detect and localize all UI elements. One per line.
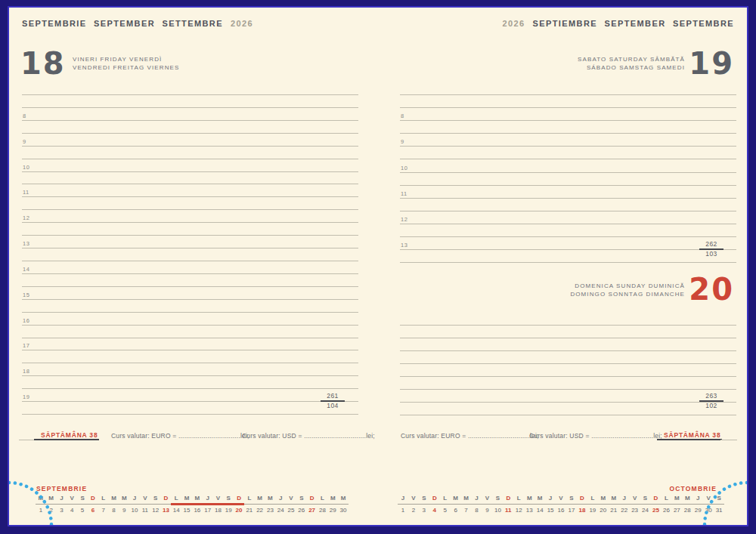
calendar-day-number: 14 (534, 507, 545, 514)
hour-label: 11 (401, 190, 407, 198)
hour-label: 17 (23, 342, 29, 350)
calendar-day-number: 15 (181, 507, 192, 514)
ruled-line (22, 196, 358, 197)
ruled-line (400, 402, 736, 403)
calendar-day-number: 10 (129, 507, 140, 514)
saturday-day-names: SABATO SATURDAY SÂMBĂTĂ SÁBADO SAMSTAG S… (578, 55, 685, 72)
ruled-line (22, 286, 358, 287)
dotted-corner-arc-right-icon (696, 474, 748, 526)
calendar-day-letter: V (286, 495, 296, 502)
calendar-day-number: 11 (140, 507, 150, 514)
sunday-day-of-year: 263 (699, 392, 723, 400)
calendar-day-letter: D (307, 495, 318, 502)
calendar-day-letter: M (338, 495, 349, 502)
left-month-title: SEPTEMBRIE SEPTEMBER SETTEMBRE (22, 19, 223, 28)
saturday-day-number: 19 (689, 51, 734, 76)
sunday-names-line2: DOMINGO SONNTAG DIMANCHE (570, 290, 685, 298)
ruled-line (22, 94, 358, 95)
calendar-day-number: 15 (545, 507, 556, 514)
sunday-day-count: 263 102 (699, 392, 723, 410)
calendar-numbers-row: 1234567891011121314151617181920212223242… (398, 507, 724, 514)
september-mini-calendar: SEPTEMBRIE MMJVSDLMMJVSDLMMJVSDLMMJVSDLM… (36, 485, 349, 517)
calendar-day-letter: M (265, 495, 276, 502)
calendar-day-letter: S (640, 495, 651, 502)
ruled-line (400, 249, 736, 250)
ruled-line (400, 389, 736, 390)
ruled-line (400, 159, 736, 159)
saturday-names-line1: SABATO SATURDAY SÂMBĂTĂ (578, 55, 685, 63)
ruled-line (400, 325, 736, 326)
ruled-line (22, 120, 358, 121)
right-page-month-header: 2026 SEPTIEMBRE SEPTEMBER SEPTEMBRE (502, 19, 734, 28)
calendar-day-letter: L (440, 495, 451, 502)
calendar-day-number: 17 (566, 507, 577, 514)
calendar-day-number: 22 (255, 507, 265, 514)
ruled-line (22, 273, 358, 274)
hour-label: 14 (23, 266, 29, 273)
hour-label: 15 (23, 292, 29, 299)
left-exchange-usd: Curs valutar: USD = ....................… (242, 432, 375, 440)
calendar-day-letter: M (192, 495, 203, 502)
calendar-day-letter: M (534, 495, 545, 502)
ruled-line (22, 171, 358, 172)
left-year: 2026 (231, 19, 253, 28)
calendar-day-number: 12 (513, 507, 524, 514)
calendar-letters-row: JVSDLMMJVSDLMMJVSDLMMJVSDLMMJVS (398, 495, 724, 502)
calendar-day-letter: D (161, 495, 172, 502)
calendar-day-number: 12 (150, 507, 161, 514)
calendar-day-number: 29 (327, 507, 338, 514)
ruled-line (400, 211, 736, 211)
ruled-line (400, 236, 736, 237)
calendar-day-number: 26 (296, 507, 307, 514)
sunday-days-remaining: 102 (699, 402, 723, 410)
ruled-line (22, 184, 358, 184)
calendar-day-letter: V (482, 495, 493, 502)
october-mini-calendar: OCTOMBRIE JVSDLMMJVSDLMMJVSDLMMJVSDLMMJV… (398, 485, 724, 517)
calendar-day-letter: L (513, 495, 524, 502)
ruled-line (22, 299, 358, 300)
calendar-day-letter: M (255, 495, 265, 502)
week-label-underline (657, 439, 722, 440)
calendar-rule (398, 504, 724, 505)
calendar-day-number: 28 (682, 507, 692, 514)
hour-label: 8 (401, 113, 404, 120)
calendar-day-number: 24 (640, 507, 651, 514)
ruled-line (400, 198, 736, 199)
dotted-corner-arc-left-icon (8, 474, 60, 526)
calendar-day-number: 22 (619, 507, 630, 514)
calendar-day-number: 9 (119, 507, 129, 514)
ruled-line (22, 146, 358, 147)
ruled-line (400, 415, 736, 415)
calendar-day-number: 10 (492, 507, 503, 514)
calendar-day-number: 8 (109, 507, 119, 514)
hour-label: 10 (401, 165, 407, 172)
saturday-days-remaining: 103 (699, 250, 723, 258)
ruled-line (400, 224, 736, 224)
calendar-day-letter: J (203, 495, 213, 502)
ruled-line (22, 261, 358, 261)
hour-label: 13 (23, 240, 29, 248)
calendar-day-letter: M (461, 495, 472, 502)
calendar-day-number: 27 (307, 507, 318, 514)
calendar-day-letter: J (545, 495, 556, 502)
calendar-day-number: 13 (161, 507, 172, 514)
calendar-day-letter: D (503, 495, 513, 502)
ruled-line (400, 120, 736, 121)
calendar-day-letter: D (234, 495, 244, 502)
hour-label: 12 (23, 215, 29, 222)
calendar-day-number: 24 (275, 507, 286, 514)
calendar-day-number: 21 (609, 507, 619, 514)
calendar-day-letter: D (651, 495, 662, 502)
ruled-line (400, 146, 736, 147)
friday-day-number: 18 (20, 51, 66, 76)
calendar-day-number: 1 (398, 507, 408, 514)
calendar-day-number: 18 (577, 507, 587, 514)
calendar-day-number: 19 (223, 507, 234, 514)
calendar-day-letter: J (619, 495, 630, 502)
saturday-day-count: 262 103 (699, 240, 723, 258)
diary-frame: SEPTEMBRIE SEPTEMBER SETTEMBRE 2026 18 V… (0, 0, 756, 534)
calendar-day-letter: M (451, 495, 461, 502)
right-exchange-euro: Curs valutar: EURO = ...................… (401, 432, 539, 440)
calendar-day-letter: J (398, 495, 408, 502)
calendar-day-number: 6 (451, 507, 461, 514)
